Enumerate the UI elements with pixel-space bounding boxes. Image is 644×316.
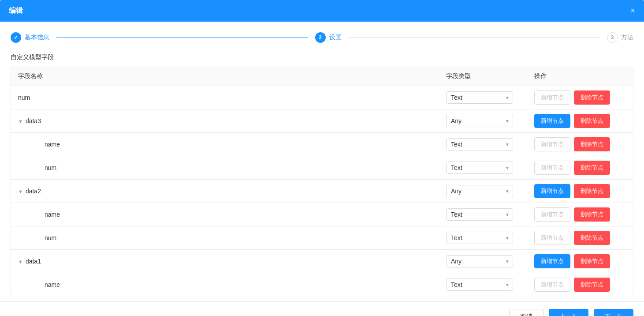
expand-icon[interactable]: ▼ [18,259,23,264]
field-type-cell: TextAnyNumberBoolean▼ [439,156,527,180]
modal-body: ✓ 基本信息 2 设置 3 方法 自定义模型字段 字段名称 字段类型 [0,22,644,296]
delete-node-button[interactable]: 删除节点 [574,114,610,128]
action-cell: 新增节点删除节点 [527,180,633,203]
table-row: nameTextAnyNumberBoolean▼新增节点删除节点 [11,273,633,297]
table-row: nameTextAnyNumberBoolean▼新增节点删除节点 [11,133,633,156]
add-node-button[interactable]: 新增节点 [534,278,570,292]
action-cell: 新增节点删除节点 [527,203,633,226]
delete-node-button[interactable]: 删除节点 [574,254,610,268]
type-select-wrapper: TextAnyNumberBoolean▼ [446,115,513,127]
step-1-circle: ✓ [11,32,21,43]
modal-title: 编辑 [9,6,23,15]
step-1: ✓ 基本信息 [11,32,49,43]
action-buttons: 新增节点删除节点 [534,184,626,198]
type-select-wrapper: TextAnyNumberBoolean▼ [446,91,513,104]
action-buttons: 新增节点删除节点 [534,114,626,128]
field-type-cell: TextAnyNumberBoolean▼ [439,226,527,250]
action-buttons: 新增节点删除节点 [534,137,626,151]
field-name-label: name [45,141,60,148]
table-row: ▼data2TextAnyNumberBoolean▼新增节点删除节点 [11,180,633,203]
type-select[interactable]: TextAnyNumberBoolean [446,232,513,244]
type-select[interactable]: TextAnyNumberBoolean [446,255,513,267]
prev-button[interactable]: 上一步 [549,309,588,316]
action-cell: 新增节点删除节点 [527,86,633,109]
field-name-label: data1 [26,258,41,265]
type-select-wrapper: TextAnyNumberBoolean▼ [446,278,513,291]
action-buttons: 新增节点删除节点 [534,161,626,175]
table-row: ▼data1TextAnyNumberBoolean▼新增节点删除节点 [11,250,633,273]
table-row: numTextAnyNumberBoolean▼新增节点删除节点 [11,86,633,109]
field-name-label: data3 [26,117,41,124]
add-node-button[interactable]: 新增节点 [534,90,570,105]
modal-header: 编辑 × [0,0,644,22]
col-action: 操作 [527,67,633,86]
field-type-cell: TextAnyNumberBoolean▼ [439,109,527,133]
type-select[interactable]: TextAnyNumberBoolean [446,278,513,291]
field-name-label: num [45,234,56,241]
field-name-cell: name [11,273,439,297]
close-button[interactable]: × [630,6,635,15]
action-cell: 新增节点删除节点 [527,133,633,156]
add-node-button[interactable]: 新增节点 [534,207,570,222]
type-select-wrapper: TextAnyNumberBoolean▼ [446,208,513,221]
action-buttons: 新增节点删除节点 [534,207,626,222]
action-cell: 新增节点删除节点 [527,156,633,180]
field-name-cell: name [11,133,439,156]
delete-node-button[interactable]: 删除节点 [574,184,610,198]
type-select-wrapper: TextAnyNumberBoolean▼ [446,232,513,244]
field-type-cell: TextAnyNumberBoolean▼ [439,180,527,203]
type-select[interactable]: TextAnyNumberBoolean [446,208,513,221]
col-field-type: 字段类型 [439,67,527,86]
delete-node-button[interactable]: 删除节点 [574,90,610,105]
expand-icon[interactable]: ▼ [18,189,23,194]
type-select[interactable]: TextAnyNumberBoolean [446,91,513,104]
delete-node-button[interactable]: 删除节点 [574,231,610,245]
field-name-cell: ▼data1 [11,250,439,273]
action-buttons: 新增节点删除节点 [534,278,626,292]
type-select-wrapper: TextAnyNumberBoolean▼ [446,162,513,174]
action-buttons: 新增节点删除节点 [534,90,626,105]
step-1-label: 基本信息 [25,34,49,41]
type-select-wrapper: TextAnyNumberBoolean▼ [446,255,513,267]
step-2-circle: 2 [315,32,326,43]
type-select[interactable]: TextAnyNumberBoolean [446,162,513,174]
type-select[interactable]: TextAnyNumberBoolean [446,185,513,197]
add-node-button[interactable]: 新增节点 [534,161,570,175]
action-buttons: 新增节点删除节点 [534,231,626,245]
add-node-button[interactable]: 新增节点 [534,184,570,198]
type-select[interactable]: TextAnyNumberBoolean [446,115,513,127]
add-node-button[interactable]: 新增节点 [534,114,570,128]
delete-node-button[interactable]: 删除节点 [574,137,610,151]
step-2-label: 设置 [329,34,342,41]
field-type-cell: TextAnyNumberBoolean▼ [439,250,527,273]
delete-node-button[interactable]: 删除节点 [574,278,610,292]
field-name-label: name [45,281,60,288]
add-node-button[interactable]: 新增节点 [534,254,570,268]
delete-node-button[interactable]: 删除节点 [574,207,610,222]
expand-icon[interactable]: ▼ [18,119,23,124]
add-node-button[interactable]: 新增节点 [534,137,570,151]
step-3-label: 方法 [621,34,633,41]
action-cell: 新增节点删除节点 [527,273,633,297]
type-select[interactable]: TextAnyNumberBoolean [446,138,513,150]
col-field-name: 字段名称 [11,67,439,86]
action-cell: 新增节点删除节点 [527,109,633,133]
field-name-cell: ▼data3 [11,109,439,133]
step-3: 3 方法 [607,32,633,43]
field-name-label: num [45,164,56,171]
next-button[interactable]: 下一步 [594,309,633,316]
type-select-wrapper: TextAnyNumberBoolean▼ [446,185,513,197]
field-type-cell: TextAnyNumberBoolean▼ [439,133,527,156]
step-line-1 [56,38,308,38]
steps-container: ✓ 基本信息 2 设置 3 方法 [11,32,633,43]
section-title: 自定义模型字段 [11,53,633,61]
cancel-button[interactable]: 取消 [509,309,543,316]
step-2: 2 设置 [315,32,342,43]
edit-modal: 编辑 × ✓ 基本信息 2 设置 3 方法 自定义模型字段 [0,0,644,316]
field-type-cell: TextAnyNumberBoolean▼ [439,203,527,226]
delete-node-button[interactable]: 删除节点 [574,161,610,175]
field-name-label: num [18,94,30,101]
step-3-circle: 3 [607,32,618,43]
field-type-cell: TextAnyNumberBoolean▼ [439,273,527,297]
add-node-button[interactable]: 新增节点 [534,231,570,245]
